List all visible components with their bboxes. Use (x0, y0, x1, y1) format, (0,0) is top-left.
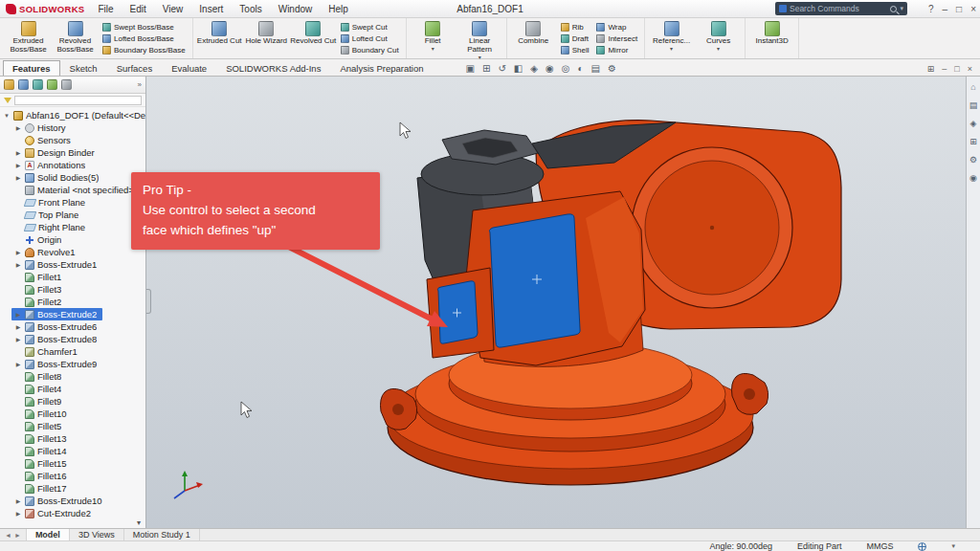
swept-cut-button[interactable]: Swept Cut (339, 21, 401, 33)
panel-tabs-chevron-icon[interactable] (138, 80, 142, 89)
intersect-button[interactable]: Intersect (594, 33, 639, 44)
expand-icon[interactable] (14, 261, 22, 268)
draft-button[interactable]: Draft (559, 33, 591, 44)
tree-item-fillet9[interactable]: Fillet9 (11, 395, 67, 408)
hole-wizard-button[interactable]: Hole Wizard (243, 19, 290, 57)
tab-scroll-right-icon[interactable]: ► (14, 532, 21, 539)
featuremanager-tab-icon[interactable] (4, 79, 14, 90)
lofted-cut-button[interactable]: Lofted Cut (339, 33, 401, 44)
tree-item-fillet5[interactable]: Fillet5 (11, 420, 67, 432)
search-scope-icon[interactable] (779, 5, 787, 12)
tab-motion-study-1[interactable]: Motion Study 1 (124, 529, 200, 540)
boundary-boss-base-button[interactable]: Boundary Boss/Base (100, 44, 188, 55)
dimxpert-tab-icon[interactable] (47, 79, 57, 90)
file-explorer-icon[interactable]: ◈ (970, 119, 977, 128)
search-bar[interactable] (775, 2, 907, 15)
apply-scene-icon[interactable]: ▤ (590, 63, 599, 74)
tab-model[interactable]: Model (27, 529, 70, 540)
expand-icon[interactable] (14, 162, 22, 168)
tree-item-fillet15[interactable]: Fillet15 (11, 457, 73, 470)
expand-icon[interactable] (14, 311, 22, 318)
mirror-button[interactable]: Mirror (594, 44, 639, 55)
revolved-cut-button[interactable]: Revolved Cut (290, 19, 337, 57)
tree-item-fillet2[interactable]: Fillet2 (11, 296, 67, 308)
expand-icon[interactable] (14, 149, 22, 156)
reference-geometry-button[interactable]: Referenc... (648, 19, 695, 57)
wrap-button[interactable]: Wrap (594, 21, 639, 33)
menu-tools[interactable]: Tools (237, 3, 263, 15)
close-button[interactable]: × (970, 4, 976, 14)
tree-scroll-down-icon[interactable] (137, 518, 141, 527)
tree-item-fillet4[interactable]: Fillet4 (11, 383, 67, 395)
expand-icon[interactable] (14, 174, 22, 181)
swept-boss-base-button[interactable]: Swept Boss/Base (100, 21, 188, 33)
shell-button[interactable]: Shell (559, 44, 591, 55)
curves-button[interactable]: Curves (695, 19, 742, 57)
revolved-boss-base-button[interactable]: Revolved Boss/Base (52, 19, 99, 57)
extruded-boss-base-button[interactable]: Extruded Boss/Base (5, 19, 52, 57)
tree-item-fillet16[interactable]: Fillet16 (11, 470, 73, 482)
search-input[interactable] (790, 4, 887, 13)
tab-scroll-left-icon[interactable]: ◄ (5, 532, 11, 539)
tree-item-root[interactable]: Abfan16_DOF1 (Default<<Default> (0, 109, 145, 121)
graphics-viewport[interactable] (146, 77, 966, 528)
expand-icon[interactable] (14, 249, 22, 255)
configurationmanager-tab-icon[interactable] (33, 79, 43, 90)
expand-icon[interactable] (14, 336, 22, 342)
expand-icon[interactable] (14, 510, 22, 517)
tree-item-history[interactable]: History (11, 121, 72, 134)
section-view-icon[interactable]: ◧ (514, 63, 523, 74)
menu-view[interactable]: View (161, 3, 186, 15)
displaymanager-tab-icon[interactable] (61, 79, 72, 90)
tree-filter-input[interactable] (14, 96, 142, 105)
tree-item-fillet10[interactable]: Fillet10 (11, 408, 73, 420)
tab-3d-views[interactable]: 3D Views (70, 529, 124, 540)
viewport-3d-model[interactable] (146, 77, 966, 528)
appearances-icon[interactable]: ⚙ (969, 155, 977, 165)
tree-item-cut-extrude2[interactable]: Cut-Extrude2 (11, 507, 97, 519)
tree-item-revolve1[interactable]: Revolve1 (11, 246, 81, 258)
hide-show-items-icon[interactable]: ◎ (562, 63, 570, 74)
lofted-boss-base-button[interactable]: Lofted Boss/Base (100, 33, 188, 44)
view-settings-icon[interactable]: ⚙ (608, 63, 616, 74)
tree-item-boss-extrude8[interactable]: Boss-Extrude8 (11, 333, 102, 345)
panel-splitter-handle[interactable] (146, 289, 151, 314)
menu-insert[interactable]: Insert (197, 3, 225, 15)
expand-icon[interactable] (14, 497, 22, 504)
expand-icon[interactable] (14, 323, 22, 330)
propertymanager-tab-icon[interactable] (18, 79, 29, 90)
tree-item-material[interactable]: Material <not specified> (11, 184, 140, 196)
globe-icon[interactable] (918, 542, 926, 551)
selected-face-large[interactable] (489, 214, 580, 347)
tab-evaluate[interactable]: Evaluate (162, 60, 216, 76)
tree-item-solid-bodies[interactable]: Solid Bodies(5) (11, 171, 104, 184)
tree-item-fillet17[interactable]: Fillet17 (11, 482, 73, 495)
help-button[interactable]: ? (928, 4, 934, 14)
doc-close-icon[interactable]: × (968, 64, 972, 74)
display-style-icon[interactable]: ◉ (546, 63, 554, 74)
zoom-fit-icon[interactable]: ▣ (466, 63, 475, 74)
tree-item-fillet1[interactable]: Fillet1 (11, 271, 67, 283)
tree-item-chamfer1[interactable]: Chamfer1 (11, 345, 83, 358)
boundary-cut-button[interactable]: Boundary Cut (339, 44, 401, 55)
tab-features[interactable]: Features (3, 60, 60, 76)
view-orientation-icon[interactable]: ◈ (530, 63, 538, 74)
design-library-icon[interactable]: ▤ (969, 100, 978, 110)
filter-funnel-icon[interactable] (4, 98, 11, 103)
tab-analysis-preparation[interactable]: Analysis Preparation (330, 60, 433, 76)
tree-item-boss-extrude1[interactable]: Boss-Extrude1 (11, 258, 102, 271)
search-chevron-icon[interactable] (900, 5, 903, 12)
extruded-cut-button[interactable]: Extruded Cut (196, 19, 243, 57)
linear-pattern-button[interactable]: Linear Pattern (457, 19, 503, 57)
maximize-button[interactable]: □ (956, 4, 962, 14)
doc-minimize-icon[interactable]: – (942, 64, 947, 74)
status-units[interactable]: MMGS (866, 541, 893, 551)
home-icon[interactable]: ⌂ (970, 82, 975, 92)
tree-item-fillet14[interactable]: Fillet14 (11, 445, 73, 457)
tree-item-top-plane[interactable]: Top Plane (11, 209, 84, 221)
tree-item-front-plane[interactable]: Front Plane (11, 196, 91, 209)
tree-item-boss-extrude6[interactable]: Boss-Extrude6 (11, 320, 102, 333)
tree-item-fillet3[interactable]: Fillet3 (11, 283, 67, 296)
tree-item-design-binder[interactable]: Design Binder (11, 146, 100, 159)
rib-button[interactable]: Rib (559, 21, 591, 33)
